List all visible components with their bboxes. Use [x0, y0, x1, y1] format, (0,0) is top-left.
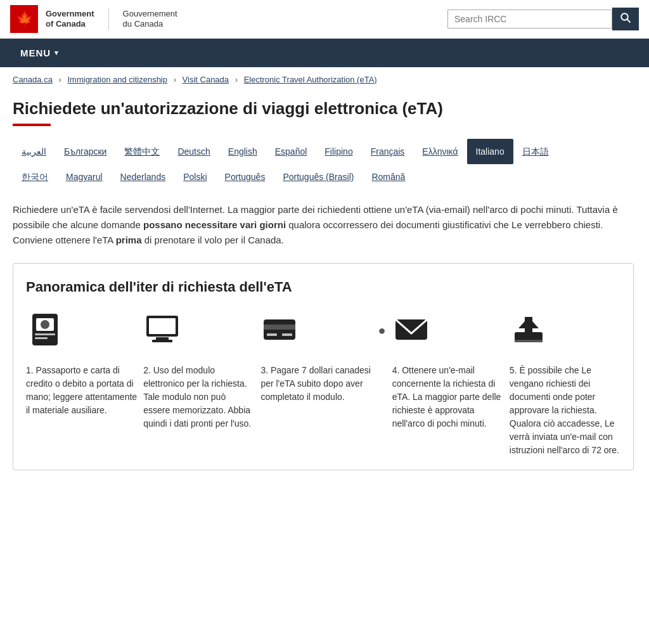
breadcrumb-canada[interactable]: Canada.ca	[13, 75, 53, 84]
lang-row-2: 한국어 Magyarul Nederlands Polski Português…	[13, 164, 414, 190]
chevron-down-icon: ▾	[55, 49, 59, 57]
svg-rect-11	[156, 337, 169, 340]
computer-icon	[143, 311, 181, 356]
svg-rect-21	[515, 340, 543, 342]
breadcrumb-immigration[interactable]: Immigration and citizenship	[67, 75, 167, 84]
canada-flag-icon: 🍁	[10, 5, 38, 33]
language-tabs: العربية Български 繁體中文 Deutsch English E…	[13, 139, 634, 190]
breadcrumb-sep-3: ›	[235, 75, 240, 84]
process-steps: 1. Passaporto e carta di credito o debit…	[26, 311, 620, 457]
nav-bar: MENU ▾	[0, 39, 649, 67]
lang-tab-romanian[interactable]: Română	[363, 164, 414, 190]
step-1-text: 1. Passaporto e carta di credito o debit…	[26, 364, 137, 417]
lang-tab-bulgarian[interactable]: Български	[55, 139, 115, 164]
breadcrumb-sep-1: ›	[59, 75, 64, 84]
step-4-text: 4. Ottenere un'e-mail concernente la ric…	[392, 364, 503, 430]
dot-separator: ●	[378, 311, 386, 338]
svg-line-3	[627, 20, 631, 23]
svg-rect-15	[267, 333, 277, 336]
intro-bold-1: possano necessitare vari giorni	[143, 219, 286, 230]
svg-rect-8	[35, 337, 48, 339]
process-step-3: 3. Pagare 7 dollari canadesi per l'eTA s…	[260, 311, 371, 404]
menu-button[interactable]: MENU ▾	[10, 39, 69, 67]
breadcrumb-sep-2: ›	[174, 75, 179, 84]
svg-rect-10	[149, 318, 176, 334]
intro-bold-2: prima	[116, 235, 142, 245]
site-header: 🍁 Governmentof Canada Gouvernementdu Can…	[0, 0, 649, 39]
lang-tab-francais[interactable]: Français	[362, 139, 414, 164]
breadcrumb-visit-canada[interactable]: Visit Canada	[183, 75, 229, 84]
svg-point-2	[621, 13, 628, 20]
lang-row-1: العربية Български 繁體中文 Deutsch English E…	[13, 139, 558, 164]
search-input[interactable]	[447, 10, 612, 29]
lang-tab-espanol[interactable]: Español	[266, 139, 316, 164]
lang-tab-english[interactable]: English	[219, 139, 266, 164]
header-left: 🍁 Governmentof Canada Gouvernementdu Can…	[10, 5, 177, 33]
page-title: Richiedete un'autorizzazione di viaggi e…	[13, 98, 634, 120]
email-icon	[392, 311, 430, 356]
lang-tab-chinese[interactable]: 繁體中文	[115, 139, 169, 164]
svg-rect-12	[152, 340, 172, 342]
government-title: Governmentof Canada	[46, 9, 94, 29]
credit-card-icon	[260, 311, 299, 356]
lang-tab-arabic[interactable]: العربية	[13, 139, 55, 164]
passport-icon	[26, 311, 64, 356]
lang-tab-deutsch[interactable]: Deutsch	[169, 139, 219, 164]
process-step-5: 5. È possibile che Le vengano richiesti …	[510, 311, 620, 457]
process-step-2: 2. Uso del modulo elettronico per la ric…	[143, 311, 254, 430]
lang-tab-japanese[interactable]: 日本語	[513, 139, 558, 164]
intro-paragraph: Richiedere un'eTA è facile servendosi de…	[13, 202, 634, 248]
gov-name-en: Governmentof Canada	[46, 9, 94, 29]
breadcrumb-eta[interactable]: Electronic Travel Authorization (eTA)	[244, 75, 377, 84]
breadcrumb: Canada.ca › Immigration and citizenship …	[0, 67, 649, 92]
step-3-text: 3. Pagare 7 dollari canadesi per l'eTA s…	[260, 364, 371, 404]
menu-label: MENU	[20, 48, 51, 58]
svg-text:🍁: 🍁	[16, 10, 34, 27]
process-step-1: 1. Passaporto e carta di credito o debit…	[26, 311, 137, 417]
svg-rect-16	[282, 333, 292, 336]
lang-tab-greek[interactable]: Ελληνικά	[413, 139, 466, 164]
main-content: Richiedete un'autorizzazione di viaggi e…	[0, 92, 646, 489]
svg-rect-7	[35, 333, 55, 335]
svg-point-6	[41, 320, 49, 329]
svg-rect-14	[264, 325, 295, 330]
process-title: Panoramica dell'iter di richiesta dell'e…	[26, 279, 620, 295]
title-underline	[13, 124, 51, 126]
lang-tab-dutch[interactable]: Nederlands	[112, 164, 175, 190]
lang-tab-filipino[interactable]: Filipino	[316, 139, 361, 164]
lang-tab-portuguese-br[interactable]: Português (Brasil)	[274, 164, 363, 190]
divider	[108, 8, 109, 30]
process-box: Panoramica dell'iter di richiesta dell'e…	[13, 263, 634, 470]
search-button[interactable]	[612, 8, 639, 30]
lang-tab-polish[interactable]: Polski	[174, 164, 215, 190]
search-form	[447, 8, 639, 30]
step-2-text: 2. Uso del modulo elettronico per la ric…	[143, 364, 254, 430]
lang-tab-korean[interactable]: 한국어	[13, 164, 57, 190]
lang-tab-italiano[interactable]: Italiano	[467, 139, 513, 164]
process-step-4: 4. Ottenere un'e-mail concernente la ric…	[392, 311, 503, 430]
step-5-text: 5. È possibile che Le vengano richiesti …	[510, 364, 620, 457]
upload-icon	[510, 311, 548, 356]
svg-marker-20	[518, 317, 539, 328]
gov-name-fr: Gouvernementdu Canada	[123, 9, 177, 29]
lang-tab-portuguese[interactable]: Português	[216, 164, 274, 190]
government-title-fr: Gouvernementdu Canada	[123, 9, 177, 29]
lang-tab-magyar[interactable]: Magyarul	[57, 164, 112, 190]
